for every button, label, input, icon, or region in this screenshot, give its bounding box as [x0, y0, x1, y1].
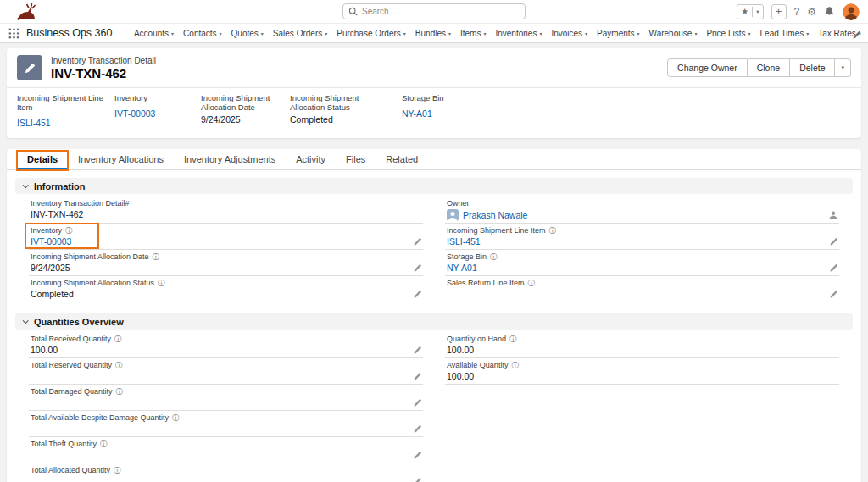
inline-edit-pencil-icon[interactable]: [829, 263, 838, 273]
nav-item-contacts[interactable]: Contacts▾: [179, 29, 226, 38]
inline-edit-pencil-icon[interactable]: [829, 237, 838, 247]
inline-edit-pencil-icon[interactable]: [413, 263, 422, 273]
field-value-link[interactable]: Prakash Nawale: [463, 210, 527, 221]
tabs-row: DetailsInventory AllocationsInventory Ad…: [7, 149, 861, 170]
edit-nav-pencil-icon[interactable]: [852, 28, 861, 43]
tab-inventory-allocations[interactable]: Inventory Allocations: [68, 149, 174, 169]
field-total-reserved-quantity: Total Reserved Quantityⓘ: [29, 358, 423, 385]
inline-edit-pencil-icon[interactable]: [829, 290, 838, 299]
user-avatar[interactable]: [843, 3, 860, 20]
nav-item-items[interactable]: Items▾: [456, 29, 491, 38]
highlight-field-storage-bin: Storage BinNY-A01: [402, 93, 451, 130]
field-label: Incoming Shipment Line Item: [17, 93, 108, 112]
field-value: 9/24/2025: [31, 263, 70, 274]
nav-item-accounts[interactable]: Accounts▾: [129, 29, 178, 38]
field-value-link[interactable]: IVT-00003: [114, 108, 155, 119]
record-header-card: Inventory Transaction Detail INV-TXN-462…: [7, 48, 861, 138]
nav-item-warehouse[interactable]: Warehouse▾: [644, 29, 702, 38]
clone-button[interactable]: Clone: [748, 58, 790, 77]
chevron-down-icon: ▾: [748, 30, 751, 36]
nav-item-label: Quotes: [231, 29, 259, 38]
info-icon: ⓘ: [509, 335, 517, 343]
field-total-allocated-quantity: Total Allocated Quantityⓘ: [29, 463, 423, 482]
field-incoming-shipment-allocation-date: Incoming Shipment Allocation Dateⓘ9/24/2…: [29, 250, 423, 276]
field-label: Total Available Despite Damage Quantity: [31, 413, 169, 422]
nav-item-label: Purchase Orders: [337, 29, 401, 38]
field-available-quantity: Available Quantityⓘ100.00: [445, 358, 839, 385]
field-label: Sales Return Line Item: [447, 279, 525, 287]
inline-edit-pencil-icon[interactable]: [413, 290, 422, 299]
inline-edit-pencil-icon[interactable]: [413, 346, 422, 355]
nav-item-label: Tax Rates: [818, 29, 855, 38]
info-icon: ⓘ: [490, 253, 498, 261]
setup-gear-icon[interactable]: ⚙: [807, 7, 816, 17]
global-actions-add-icon[interactable]: +: [771, 4, 787, 19]
nav-item-quotes[interactable]: Quotes▾: [226, 29, 268, 38]
inline-edit-pencil-icon[interactable]: [413, 451, 422, 460]
favorites-star-icon[interactable]: ★: [741, 7, 748, 16]
nav-item-payments[interactable]: Payments▾: [593, 29, 644, 38]
tab-inventory-adjustments[interactable]: Inventory Adjustments: [174, 149, 286, 169]
info-icon: ⓘ: [100, 440, 108, 448]
favorites-control[interactable]: ★ ▾: [737, 4, 763, 19]
field-value-link[interactable]: ISLI-451: [17, 118, 51, 128]
highlight-field-incoming-shipment-line-item: Incoming Shipment Line ItemISLI-451: [17, 93, 114, 130]
field-label: Inventory Transaction Detail#: [31, 199, 130, 208]
field-value-link[interactable]: NY-A01: [447, 263, 477, 274]
chevron-down-icon: ▾: [220, 30, 222, 36]
inline-edit-pencil-icon[interactable]: [413, 398, 422, 407]
app-launcher-waffle-icon[interactable]: [8, 28, 19, 39]
section-header-quantities-overview[interactable]: Quantities Overview: [15, 313, 853, 330]
field-storage-bin: Storage BinⓘNY-A01: [445, 250, 839, 276]
help-icon[interactable]: ?: [794, 7, 800, 17]
nav-item-sales-orders[interactable]: Sales Orders▾: [268, 29, 331, 38]
highlight-field-incoming-shipment-allocation-date: Incoming Shipment Allocation Date9/24/20…: [201, 93, 290, 130]
notifications-bell-icon[interactable]: [824, 6, 835, 17]
field-value-link[interactable]: IVT-00003: [31, 236, 71, 247]
actions-dropdown-button[interactable]: ▾: [835, 58, 851, 77]
field-value: 100.00: [31, 345, 58, 356]
section-quantities-overview: Quantities OverviewTotal Received Quanti…: [15, 313, 853, 482]
field-label: Total Damaged Quantity: [31, 387, 113, 396]
nav-item-label: Inventories: [495, 29, 537, 38]
nav-item-bundles[interactable]: Bundles▾: [410, 29, 455, 38]
record-titles: Inventory Transaction Detail INV-TXN-462: [51, 56, 156, 80]
field-value-link[interactable]: NY-A01: [402, 108, 432, 119]
inline-edit-pencil-icon[interactable]: [413, 372, 422, 381]
inline-edit-pencil-icon[interactable]: [413, 477, 422, 482]
nav-item-inventories[interactable]: Inventories▾: [491, 29, 547, 38]
section-header-information[interactable]: Information: [15, 178, 853, 194]
highlight-field-inventory: InventoryIVT-00003: [114, 93, 201, 130]
divider: [752, 7, 753, 17]
field-value: Completed: [31, 289, 74, 300]
change-owner-icon[interactable]: [828, 210, 838, 220]
field-value-link[interactable]: ISLI-451: [447, 236, 481, 247]
field-label: Total Allocated Quantity: [31, 466, 110, 474]
nav-item-invoices[interactable]: Invoices▾: [547, 29, 593, 38]
global-search[interactable]: [342, 3, 526, 19]
change-owner-button[interactable]: Change Owner: [667, 58, 748, 77]
nav-item-purchase-orders[interactable]: Purchase Orders▾: [332, 29, 411, 38]
field-inventory-transaction-detail: Inventory Transaction Detail#INV-TXN-462: [29, 197, 423, 224]
field-inventory: InventoryⓘIVT-00003: [29, 224, 423, 250]
field-label: Available Quantity: [447, 361, 508, 369]
owner-avatar: [447, 209, 459, 221]
section-title: Quantities Overview: [34, 317, 124, 327]
chevron-down-icon: ▾: [483, 30, 486, 36]
delete-button[interactable]: Delete: [790, 58, 835, 77]
nav-item-price-lists[interactable]: Price Lists▾: [702, 29, 755, 38]
chevron-down-icon[interactable]: ▾: [756, 8, 759, 15]
record-header-top: Inventory Transaction Detail INV-TXN-462…: [7, 48, 861, 87]
field-value: INV-TXN-462: [31, 209, 83, 220]
inline-edit-pencil-icon[interactable]: [413, 237, 422, 247]
tab-files[interactable]: Files: [336, 149, 376, 169]
inline-edit-pencil-icon[interactable]: [413, 424, 422, 434]
field-label: Total Reserved Quantity: [31, 361, 112, 369]
search-input[interactable]: [362, 7, 520, 16]
field-value: [31, 476, 33, 482]
tab-activity[interactable]: Activity: [286, 149, 336, 169]
tab-related[interactable]: Related: [376, 149, 428, 169]
nav-item-lead-times[interactable]: Lead Times▾: [755, 29, 814, 38]
nav-item-label: Contacts: [183, 29, 216, 38]
tab-details[interactable]: Details: [17, 149, 68, 169]
